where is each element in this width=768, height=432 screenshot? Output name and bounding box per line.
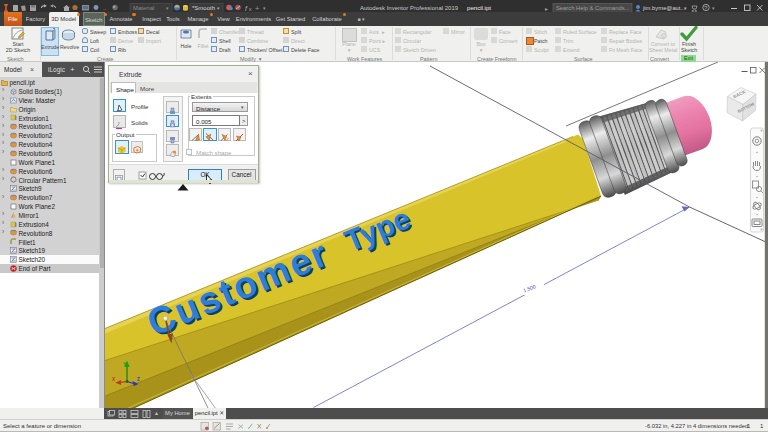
svg-text:▾: ▾ <box>712 5 715 11</box>
svg-text:▾: ▾ <box>263 5 266 11</box>
svg-text:pencil.ipt: pencil.ipt <box>467 4 491 11</box>
svg-text:jim.byrne@aut...: jim.byrne@aut... <box>642 5 686 11</box>
svg-text:Autodesk Inventor Professional: Autodesk Inventor Professional 2019 <box>360 5 459 11</box>
svg-text:..: .. <box>103 5 107 11</box>
svg-text:*Smooth -: *Smooth - <box>192 5 219 11</box>
svg-text:Material: Material <box>133 5 154 11</box>
svg-text:Z: Z <box>137 377 140 382</box>
svg-text:▾: ▾ <box>684 5 687 11</box>
svg-text:Search Help & Commands...: Search Help & Commands... <box>556 5 630 11</box>
svg-text:f: f <box>245 5 248 12</box>
svg-text:▸: ▸ <box>545 6 548 12</box>
